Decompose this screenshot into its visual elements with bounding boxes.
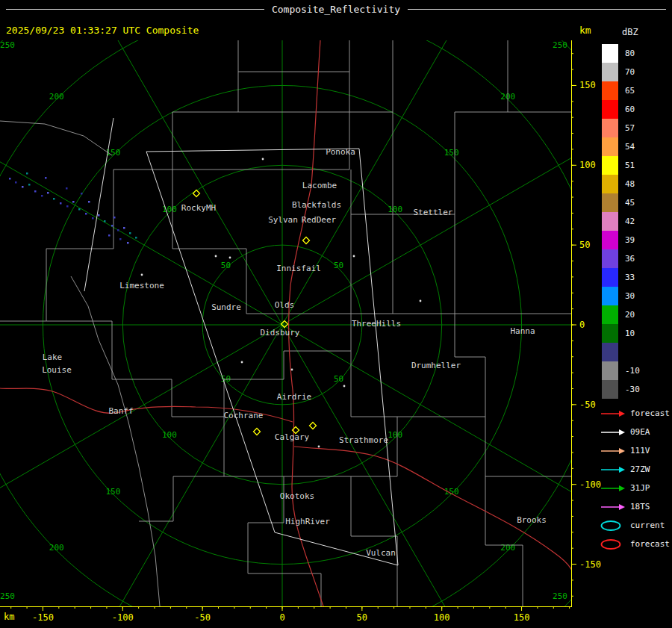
dbz-color-swatch — [602, 44, 618, 63]
radar-echo — [45, 177, 47, 179]
range-label: 200 — [500, 543, 515, 553]
radar-echo — [135, 237, 137, 239]
radar-echo — [88, 201, 90, 203]
symbol-label: forecast — [630, 539, 670, 549]
map-marker-icon — [254, 429, 261, 435]
station-dot — [141, 274, 143, 276]
dbz-value-label: 80 — [625, 49, 635, 58]
county-boundary — [0, 121, 112, 155]
city-label: Sundre — [211, 302, 241, 312]
city-label: Ponoka — [326, 147, 355, 157]
dbz-scale-entry: 70 — [602, 63, 671, 81]
station-dot — [353, 255, 355, 258]
radar-echo — [127, 242, 129, 244]
symbol-legend-panel: forecast09EA111V27ZW31JP18TScurrentforec… — [600, 404, 672, 553]
symbol-label: 27ZW — [630, 464, 650, 474]
radar-echo — [22, 186, 24, 188]
symbol-legend-row: forecast — [600, 404, 672, 423]
x-axis-tick-label: -50 — [194, 612, 211, 623]
station-dot — [241, 361, 243, 364]
city-label: Hanna — [510, 326, 535, 336]
city-label: Blackfalds — [292, 200, 341, 210]
range-label: 50 — [221, 261, 231, 270]
symbol-label: 09EA — [630, 427, 650, 437]
radar-echo — [92, 217, 94, 220]
dbz-scale-entry: 60 — [602, 100, 671, 119]
symbol-label: 111V — [630, 446, 650, 456]
city-label: Sylvan — [268, 215, 298, 225]
range-label: 250 — [553, 40, 567, 50]
highway-line — [294, 447, 572, 571]
dbz-color-swatch — [602, 343, 618, 361]
radar-echo — [47, 192, 49, 194]
azimuth-line — [0, 19, 282, 325]
city-label: Lake — [43, 352, 63, 362]
x-axis-tick-label: 100 — [434, 612, 450, 623]
dbz-legend-title: dBZ — [622, 27, 671, 37]
x-axis-unit-label: km — [4, 612, 14, 622]
radar-echo — [26, 172, 28, 175]
city-label: Drumheller — [411, 361, 461, 370]
dbz-value-label: 39 — [625, 235, 635, 245]
dbz-color-swatch — [602, 137, 618, 156]
dbz-color-swatch — [602, 156, 618, 175]
dbz-legend-panel: dBZ 80706560575451484542393633302010-10-… — [602, 27, 671, 399]
radar-display[interactable]: 5050505010010010010015015015015020020020… — [0, 0, 672, 628]
x-axis-tick-label: 50 — [357, 612, 367, 623]
y-axis-unit-label: km — [579, 25, 591, 36]
y-axis-tick-label: 100 — [579, 160, 596, 170]
county-boundary — [238, 72, 349, 112]
track-arrow-icon — [600, 426, 626, 438]
dbz-value-label: 30 — [625, 291, 635, 301]
dbz-scale-entry: 48 — [602, 175, 671, 193]
track-arrow-icon — [600, 445, 626, 457]
radar-echo — [85, 213, 87, 215]
dbz-scale-entry: 33 — [602, 268, 671, 287]
x-axis-tick-label: -100 — [112, 612, 134, 623]
symbol-legend-row: 18TS — [600, 497, 672, 516]
city-label: Okotoks — [280, 491, 314, 501]
dbz-color-swatch — [602, 287, 618, 305]
dbz-scale-entry: 65 — [602, 81, 671, 100]
radar-echo — [9, 178, 11, 180]
radar-echo — [34, 190, 37, 193]
azimuth-line — [0, 0, 282, 325]
radar-echo — [72, 201, 75, 203]
map-overlay-layer: PonokaLacombeBlackfaldsSylvanRedDeerRock… — [9, 147, 547, 558]
dbz-scale-entry: -10 — [602, 361, 671, 380]
track-arrow-icon — [600, 408, 626, 420]
radar-echo — [81, 193, 83, 195]
map-marker-icon — [303, 237, 310, 244]
dbz-value-label: 33 — [625, 273, 635, 282]
track-arrow-icon — [600, 501, 626, 513]
symbol-legend-row: forecast — [600, 535, 672, 553]
track-arrow-icon — [600, 464, 626, 476]
dbz-scale-entry: -30 — [602, 380, 671, 399]
title-rule-left — [6, 9, 264, 10]
range-label: 100 — [388, 430, 402, 440]
county-boundary — [351, 214, 393, 314]
symbol-label: 18TS — [630, 502, 650, 512]
radar-echo — [60, 202, 62, 205]
dbz-value-label: 10 — [625, 329, 635, 338]
county-boundary — [349, 40, 393, 112]
dbz-scale-entry: 30 — [602, 287, 671, 305]
dbz-scale-entry: 57 — [602, 119, 671, 137]
dbz-color-swatch — [602, 100, 618, 119]
dbz-scale-entry: 54 — [602, 137, 671, 156]
symbol-legend-row: 111V — [600, 441, 672, 460]
dbz-value-label: 36 — [625, 254, 635, 264]
y-axis-tick-label: -150 — [579, 559, 601, 570]
radar-echo — [15, 181, 17, 184]
dbz-scale-entry: 39 — [602, 231, 671, 249]
county-boundary — [172, 170, 351, 314]
range-label: 50 — [334, 374, 343, 384]
dbz-color-swatch — [602, 324, 618, 343]
county-boundary — [393, 112, 572, 214]
dbz-color-swatch — [602, 81, 618, 100]
map-marker-icon — [193, 190, 200, 197]
dbz-scale-entry: 10 — [602, 324, 671, 343]
radar-echo — [129, 232, 131, 234]
dbz-color-swatch — [602, 231, 618, 249]
city-label: Brooks — [517, 515, 547, 525]
